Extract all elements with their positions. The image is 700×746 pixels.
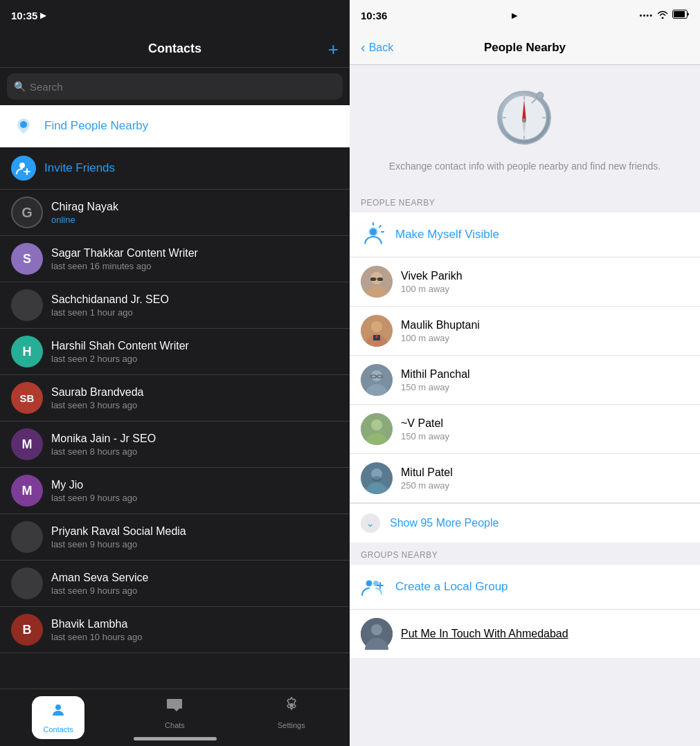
svg-line-23	[379, 226, 381, 227]
contact-info-bhavik: Bhavik Lambha last seen 10 hours ago	[51, 618, 339, 642]
person-row-maulik[interactable]: Maulik Bhuptani 100 m away	[350, 307, 700, 356]
contact-row-myjio[interactable]: M My Jio last seen 9 hours ago	[0, 468, 350, 514]
avatar-myjio: M	[11, 475, 43, 507]
compass-icon	[494, 86, 556, 148]
status-icons-right: ••••	[640, 9, 689, 21]
chats-tab-label: Chats	[165, 721, 185, 729]
tab-chats[interactable]: Chats	[116, 696, 233, 729]
avatar-priyank	[11, 521, 43, 553]
add-contact-button[interactable]: +	[328, 40, 339, 58]
create-group-row[interactable]: Create a Local Group	[350, 565, 700, 610]
svg-point-35	[371, 370, 382, 381]
contact-name-sachchidanand: Sachchidanand Jr. SEO	[51, 293, 339, 306]
contact-name-saurab: Saurab Brandveda	[51, 386, 339, 399]
contact-name-sagar: Sagar Thakkar Content Writer	[51, 247, 339, 260]
contact-row-chirag[interactable]: G Chirag Nayak online	[0, 190, 350, 236]
contact-row-monika[interactable]: M Monika Jain - Jr SEO last seen 8 hours…	[0, 421, 350, 468]
svg-point-21	[370, 228, 377, 235]
contacts-tab-label: Contacts	[43, 725, 73, 734]
contact-sub-monika: last seen 8 hours ago	[51, 446, 339, 457]
right-panel: 10:36 ▶ •••• ‹ Back	[350, 0, 700, 746]
contact-sub-sachchidanand: last seen 1 hour ago	[51, 307, 339, 318]
avatar-monika: M	[11, 428, 43, 460]
contact-info-sachchidanand: Sachchidanand Jr. SEO last seen 1 hour a…	[51, 293, 339, 318]
tab-contacts[interactable]: Contacts	[0, 696, 116, 739]
person-row-vivek[interactable]: Vivek Parikh 100 m away	[350, 257, 700, 307]
contact-list: Find People Nearby Invite Friends G Chir…	[0, 105, 350, 689]
search-input[interactable]	[30, 81, 336, 93]
contact-name-priyank: Priyank Raval Social Media	[51, 525, 339, 538]
avatar-saurab: SB	[11, 382, 43, 414]
contacts-title: Contacts	[148, 42, 201, 56]
contact-row-harshil[interactable]: H Harshil Shah Content Writer last seen …	[0, 329, 350, 375]
signal-dots: ••••	[640, 11, 653, 19]
contact-row-priyank[interactable]: Priyank Raval Social Media last seen 9 h…	[0, 514, 350, 561]
contacts-tab-icon	[50, 702, 66, 722]
contact-row-bhavik[interactable]: B Bhavik Lambha last seen 10 hours ago	[0, 607, 350, 653]
tab-settings[interactable]: Settings	[233, 696, 350, 729]
svg-point-31	[371, 321, 382, 332]
location-icon-left: ▶	[40, 11, 46, 20]
section-people-header: PEOPLE NEARBY	[350, 190, 700, 212]
right-panel-scroll: Exchange contact info with people nearby…	[350, 65, 700, 746]
avatar-vivek	[361, 266, 393, 298]
header-left: Contacts +	[0, 30, 350, 68]
contact-name-chirag: Chirag Nayak	[51, 201, 339, 213]
avatar-mitul	[361, 462, 393, 494]
contact-info-harshil: Harshil Shah Content Writer last seen 2 …	[51, 340, 339, 364]
home-indicator-left	[134, 737, 217, 740]
person-name-mithil: Mithil Panchal	[401, 368, 470, 381]
contact-row-sachchidanand[interactable]: Sachchidanand Jr. SEO last seen 1 hour a…	[0, 282, 350, 329]
svg-point-50	[371, 624, 382, 635]
svg-rect-27	[370, 278, 376, 281]
contact-sub-myjio: last seen 9 hours ago	[51, 493, 339, 503]
section-people-label: PEOPLE NEARBY	[361, 198, 435, 208]
person-row-mitul[interactable]: Mitul Patel 250 m away	[350, 454, 700, 503]
avatar-chirag: G	[11, 197, 43, 228]
avatar-harshil: H	[11, 336, 43, 367]
section-groups-header: GROUPS NEARBY	[350, 543, 700, 565]
invite-friends-row[interactable]: Invite Friends	[0, 147, 350, 190]
header-right: ‹ Back People Nearby	[350, 30, 700, 65]
avatar-aman	[11, 567, 43, 599]
contact-row-aman[interactable]: Aman Seva Service last seen 9 hours ago	[0, 561, 350, 607]
contact-name-myjio: My Jio	[51, 479, 339, 491]
svg-point-43	[372, 476, 382, 482]
make-visible-label: Make Myself Visible	[395, 228, 499, 242]
left-panel: 10:35 ▶ Contacts + 🔍 Find People Nearby	[0, 0, 350, 746]
svg-point-5	[55, 704, 61, 710]
create-group-label: Create a Local Group	[395, 580, 508, 594]
contact-row-sagar[interactable]: S Sagar Thakkar Content Writer last seen…	[0, 236, 350, 282]
contact-sub-bhavik: last seen 10 hours ago	[51, 632, 339, 642]
contact-sub-aman: last seen 9 hours ago	[51, 585, 339, 596]
contact-sub-sagar: last seen 16 minutes ago	[51, 261, 339, 271]
svg-rect-28	[377, 278, 383, 281]
contact-info-myjio: My Jio last seen 9 hours ago	[51, 479, 339, 503]
people-nearby-list: Make Myself Visible Vivek Pa	[350, 212, 700, 543]
find-people-nearby-row[interactable]: Find People Nearby	[0, 105, 350, 147]
svg-rect-8	[674, 11, 685, 17]
settings-tab-icon	[282, 696, 300, 718]
put-me-row[interactable]: Put Me In Touch With Ahmedabad	[350, 610, 700, 658]
avatar-maulik	[361, 315, 393, 347]
hero-section: Exchange contact info with people nearby…	[350, 65, 700, 190]
person-row-vpatel[interactable]: ~V Patel 150 m away	[350, 405, 700, 454]
person-name-vivek: Vivek Parikh	[401, 270, 463, 282]
avatar-mithil	[361, 364, 393, 396]
svg-point-18	[537, 92, 544, 99]
contact-name-bhavik: Bhavik Lambha	[51, 618, 339, 630]
make-visible-row[interactable]: Make Myself Visible	[350, 212, 700, 257]
person-row-mithil[interactable]: Mithil Panchal 150 m away	[350, 356, 700, 405]
section-groups-label: GROUPS NEARBY	[361, 550, 438, 560]
page-title: People Nearby	[484, 41, 566, 55]
person-distance-mithil: 150 m away	[401, 382, 470, 392]
contact-info-monika: Monika Jain - Jr SEO last seen 8 hours a…	[51, 433, 339, 457]
contact-row-saurab[interactable]: SB Saurab Brandveda last seen 3 hours ag…	[0, 375, 350, 421]
groups-nearby-section: GROUPS NEARBY	[350, 543, 700, 658]
hero-description: Exchange contact info with people nearby…	[389, 159, 661, 174]
show-more-row[interactable]: ⌄ Show 95 More People	[350, 503, 700, 543]
back-button[interactable]: ‹ Back	[361, 39, 393, 55]
svg-point-6	[289, 703, 294, 707]
person-info-maulik: Maulik Bhuptani 100 m away	[401, 319, 480, 343]
search-bar: 🔍	[7, 73, 343, 100]
